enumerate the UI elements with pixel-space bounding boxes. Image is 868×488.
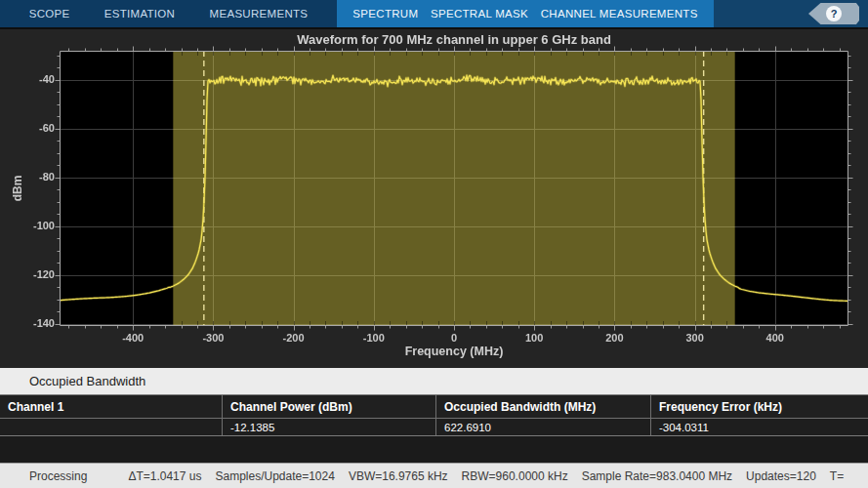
x-tick-label: 300	[674, 332, 717, 344]
toolstrip-tabs-active-group: SPECTRUM SPECTRAL MASK CHANNEL MEASUREME…	[337, 0, 714, 27]
help-button[interactable]: ?	[808, 3, 859, 24]
x-tick-label: 200	[593, 332, 636, 344]
table-underlay	[0, 436, 868, 463]
y-tick-label: -120	[10, 268, 55, 280]
tab-estimation[interactable]: ESTIMATION	[104, 8, 175, 20]
status-sample-rate: Sample Rate=983.0400 MHz	[582, 469, 732, 483]
obw-header-occupied-bandwidth: Occupied Bandwidth (MHz)	[436, 395, 651, 419]
status-updates: Updates=120	[746, 469, 816, 483]
obw-header-frequency-error: Frequency Error (kHz)	[651, 395, 868, 419]
obw-cell-channel-power: -12.1385	[223, 419, 436, 435]
help-question-icon: ?	[826, 6, 842, 21]
status-delta-t: ΔT=1.0417 us	[128, 469, 201, 483]
status-vbw: VBW=16.9765 kHz	[349, 469, 448, 483]
obw-cell-channel	[0, 419, 223, 435]
x-tick-label: -100	[352, 332, 395, 344]
y-tick-label: -60	[10, 122, 55, 134]
obw-cell-occupied-bandwidth: 622.6910	[436, 419, 651, 435]
obw-table-header-row: Channel 1 Channel Power (dBm) Occupied B…	[0, 395, 868, 419]
x-tick-label: -200	[272, 332, 315, 344]
toolstrip-tabs-left: SCOPE ESTIMATION MEASUREMENTS	[0, 0, 337, 27]
x-axis-label: Frequency (MHz)	[60, 345, 848, 358]
spectrum-plot-canvas[interactable]	[0, 29, 868, 368]
y-tick-label: -140	[10, 317, 55, 329]
tab-measurements[interactable]: MEASUREMENTS	[210, 8, 309, 20]
status-state: Processing	[29, 469, 87, 483]
status-rbw: RBW=960.0000 kHz	[462, 469, 568, 483]
tab-spectrum[interactable]: SPECTRUM	[352, 8, 418, 20]
obw-heading: Occupied Bandwidth	[29, 374, 145, 388]
tab-spectral-mask[interactable]: SPECTRAL MASK	[431, 8, 528, 20]
x-tick-label: -300	[191, 332, 234, 344]
status-time: T=	[830, 469, 844, 483]
obw-table: Channel 1 Channel Power (dBm) Occupied B…	[0, 394, 868, 436]
obw-header-channel-power: Channel Power (dBm)	[223, 395, 436, 419]
x-tick-label: -400	[111, 332, 154, 344]
x-tick-label: 100	[513, 332, 556, 344]
obw-cell-frequency-error: -304.0311	[651, 419, 868, 435]
obw-table-data-row: -12.1385 622.6910 -304.0311	[0, 419, 868, 435]
status-samples-per-update: Samples/Update=1024	[215, 469, 334, 483]
y-tick-label: -80	[10, 171, 55, 183]
obw-header-channel: Channel 1	[0, 395, 223, 419]
spectrum-analyzer-window: SCOPE ESTIMATION MEASUREMENTS SPECTRUM S…	[0, 0, 868, 488]
status-bar: Processing ΔT=1.0417 us Samples/Update=1…	[0, 463, 868, 488]
tab-channel-measurements[interactable]: CHANNEL MEASUREMENTS	[541, 8, 698, 20]
plot-title: Waveform for 700 MHz channel in upper 6 …	[60, 32, 848, 47]
y-tick-label: -100	[10, 220, 55, 231]
x-tick-label: 0	[433, 332, 475, 344]
toolstrip-right-area: ?	[714, 0, 868, 27]
toolstrip: SCOPE ESTIMATION MEASUREMENTS SPECTRUM S…	[0, 0, 868, 27]
tab-scope[interactable]: SCOPE	[29, 8, 70, 20]
x-tick-label: 400	[754, 332, 797, 344]
y-tick-label: -40	[10, 73, 55, 85]
obw-heading-bar: Occupied Bandwidth	[0, 368, 868, 394]
spectrum-plot-panel: Waveform for 700 MHz channel in upper 6 …	[0, 29, 868, 368]
